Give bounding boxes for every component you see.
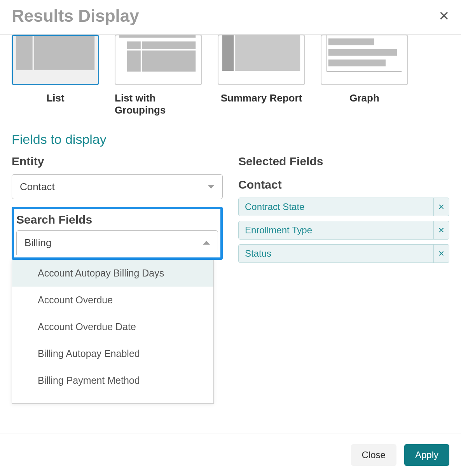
dropdown-option[interactable]: Account Overdue Date	[12, 313, 213, 340]
svg-rect-2	[119, 35, 196, 38]
svg-rect-11	[328, 49, 397, 56]
remove-chip-icon[interactable]: ✕	[433, 198, 449, 216]
chip-label: Contract State	[239, 198, 433, 216]
search-fields-value: Billing	[24, 237, 51, 249]
svg-rect-10	[328, 38, 374, 45]
display-type-row: List List with Groupings	[12, 35, 449, 116]
modal-title: Results Display	[12, 6, 139, 26]
thumb-list-groupings	[115, 35, 202, 85]
svg-rect-3	[127, 42, 140, 49]
search-fields-dropdown: Account Autopay Billing Days Account Ove…	[12, 260, 214, 404]
close-icon[interactable]: ✕	[438, 9, 449, 23]
selected-field-chip[interactable]: Enrollment Type ✕	[238, 221, 449, 240]
results-display-modal: Results Display ✕ List	[0, 0, 461, 476]
display-type-label: Graph	[349, 92, 379, 104]
display-type-summary[interactable]: Summary Report	[218, 35, 305, 116]
display-type-graph[interactable]: Graph	[321, 35, 408, 116]
selected-fields-label: Selected Fields	[238, 155, 449, 168]
display-type-label: List with Groupings	[115, 92, 202, 116]
search-fields-highlight: Search Fields Billing	[12, 207, 223, 260]
chevron-down-icon	[208, 185, 215, 189]
search-fields-label: Search Fields	[16, 213, 218, 226]
entity-select[interactable]: Contact	[12, 174, 223, 199]
modal-header: Results Display ✕	[0, 0, 461, 35]
svg-rect-4	[142, 42, 196, 49]
fields-section-title: Fields to display	[12, 132, 449, 147]
close-button[interactable]: Close	[351, 444, 396, 466]
dropdown-option[interactable]: Billing Payment Method	[12, 367, 213, 394]
left-column: Entity Contact Search Fields Billing Ac	[12, 155, 223, 268]
svg-rect-7	[222, 35, 234, 71]
right-column: Selected Fields Contact Contract State ✕…	[238, 155, 449, 268]
entity-label: Entity	[12, 155, 223, 168]
svg-rect-8	[235, 35, 300, 71]
modal-body: List List with Groupings	[0, 35, 461, 434]
dropdown-option[interactable]: Account Overdue	[12, 287, 213, 313]
display-type-list[interactable]: List	[12, 35, 99, 116]
fields-columns: Entity Contact Search Fields Billing Ac	[12, 155, 449, 268]
entity-value: Contact	[20, 181, 55, 193]
chevron-up-icon	[203, 241, 210, 245]
search-fields-wrapper: Search Fields Billing Account Autopay Bi…	[12, 207, 223, 260]
chip-label: Status	[239, 245, 433, 262]
chip-label: Enrollment Type	[239, 221, 433, 239]
selected-field-chip[interactable]: Status ✕	[238, 244, 449, 263]
selected-field-chip[interactable]: Contract State ✕	[238, 198, 449, 216]
selected-group-label: Contact	[238, 178, 449, 191]
search-fields-select[interactable]: Billing	[16, 230, 218, 255]
svg-rect-12	[328, 60, 386, 66]
remove-chip-icon[interactable]: ✕	[433, 221, 449, 239]
svg-rect-6	[142, 51, 196, 72]
thumb-list	[12, 35, 99, 85]
thumb-summary	[218, 35, 305, 85]
display-type-label: Summary Report	[221, 92, 302, 104]
display-type-list-groupings[interactable]: List with Groupings	[115, 35, 202, 116]
dropdown-option[interactable]: Account Autopay Billing Days	[12, 260, 213, 287]
thumb-graph	[321, 35, 408, 85]
svg-rect-5	[127, 51, 140, 72]
apply-button[interactable]: Apply	[404, 444, 449, 466]
svg-rect-0	[16, 36, 33, 70]
remove-chip-icon[interactable]: ✕	[433, 245, 449, 262]
display-type-label: List	[46, 92, 64, 104]
svg-rect-1	[34, 36, 95, 70]
dropdown-option[interactable]: Next Account Billing Date	[12, 394, 213, 404]
dropdown-option[interactable]: Billing Autopay Enabled	[12, 340, 213, 367]
modal-footer: Close Apply	[0, 434, 461, 476]
